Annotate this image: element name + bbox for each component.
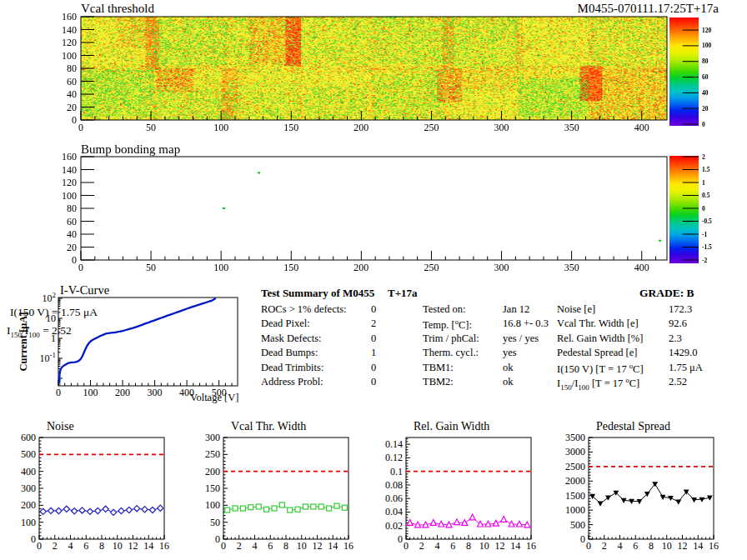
series bbox=[589, 482, 712, 507]
tick-label: 8 bbox=[283, 540, 288, 552]
summary-label: Trim / phCal: bbox=[423, 332, 479, 345]
data-marker bbox=[430, 520, 436, 526]
summary-label: Tested on: bbox=[423, 303, 466, 316]
data-marker bbox=[493, 520, 499, 526]
tick-label: 16 bbox=[526, 540, 536, 552]
summary-value: Jan 12 bbox=[503, 303, 529, 316]
tick-label: 0 bbox=[221, 540, 226, 552]
tick-label: 500 bbox=[21, 448, 36, 460]
x-axis: 050100150200250300350400 bbox=[78, 111, 656, 133]
tick-label: 100 bbox=[702, 42, 712, 49]
tick-label: 300 bbox=[205, 432, 220, 443]
tick-label: 400 bbox=[21, 466, 36, 478]
data-marker bbox=[240, 506, 245, 511]
tick-label: 60 bbox=[67, 216, 77, 228]
tick-label: 16 bbox=[709, 540, 719, 552]
module-test-report: Vcal threshold M0455-070111.17:25T+17a 0… bbox=[0, 0, 747, 560]
tick-label: 0 bbox=[215, 533, 220, 545]
data-marker bbox=[342, 505, 347, 510]
tick-label: -1 bbox=[702, 231, 707, 238]
tick-label: 0 bbox=[398, 533, 403, 545]
tick-label: 40 bbox=[67, 228, 77, 240]
noise-plot: 02468101214160100200300400500600 bbox=[0, 417, 184, 560]
tick-label: 0 bbox=[37, 540, 42, 552]
tick-label: 10 bbox=[662, 540, 672, 552]
tick-label: 500 bbox=[212, 387, 227, 398]
summary-value: 1429.0 bbox=[669, 347, 697, 359]
tick-label: 4 bbox=[435, 540, 440, 552]
tick-label: 3000 bbox=[565, 446, 585, 458]
tick-label: 100 bbox=[83, 387, 98, 398]
series bbox=[225, 502, 348, 512]
tick-label: 200 bbox=[115, 387, 130, 398]
summary-title: Test Summary of M0455 bbox=[261, 287, 374, 300]
tick-label: 50 bbox=[146, 122, 156, 133]
tick-label: 160 bbox=[62, 151, 77, 162]
tick-label: -2 bbox=[702, 257, 707, 264]
iv-curve-panel: I-V-Curve Current [μA] Voltage [V] I(150… bbox=[0, 283, 254, 410]
defect-dot bbox=[659, 240, 661, 242]
tick-label: 0.02 bbox=[385, 520, 403, 532]
data-marker bbox=[598, 502, 604, 507]
vcal-width-plot-panel: Vcal Thr. Width 024681012141605010015020… bbox=[184, 417, 367, 560]
tick-label: 40 bbox=[67, 88, 77, 100]
summary-label: Therm. cycl.: bbox=[423, 347, 479, 359]
summary-label: Dead Bumps: bbox=[261, 347, 318, 359]
tick-label: 0 bbox=[580, 533, 585, 545]
summary-label: Noise [e] bbox=[557, 303, 595, 316]
tick-label: 0.14 bbox=[385, 438, 403, 450]
tick-label: 350 bbox=[564, 122, 579, 133]
tick-label: 250 bbox=[424, 262, 439, 273]
tick-label: 6 bbox=[268, 540, 273, 552]
tick-label: 0 bbox=[78, 262, 83, 273]
x-axis: 0100200300400500 bbox=[56, 380, 232, 398]
tick-label: 80 bbox=[67, 202, 77, 214]
tick-label: 0 bbox=[404, 540, 409, 552]
y-tick-label: 10-1 bbox=[40, 351, 57, 364]
summary-label: TBM1: bbox=[423, 362, 454, 374]
y-tick-label: 102 bbox=[43, 291, 57, 304]
data-marker bbox=[264, 507, 269, 512]
data-marker bbox=[79, 508, 85, 513]
tick-label: 3500 bbox=[565, 432, 585, 443]
tick-label: 12 bbox=[678, 540, 688, 552]
series bbox=[40, 505, 163, 515]
summary-value: 1.75 μA bbox=[669, 362, 703, 374]
data-marker bbox=[675, 499, 681, 504]
tick-label: 150 bbox=[205, 482, 220, 494]
data-marker bbox=[327, 506, 332, 511]
summary-temp-label: T+17a bbox=[388, 287, 418, 300]
summary-label: Temp. [oC]: bbox=[423, 318, 472, 332]
tick-label: 60 bbox=[67, 76, 77, 88]
summary-label: I150/I100 [T = 17 oC] bbox=[557, 376, 639, 392]
iv-curve-series bbox=[59, 298, 216, 383]
summary-value: 92.6 bbox=[669, 318, 687, 330]
tick-label: 10 bbox=[479, 540, 489, 552]
data-marker bbox=[56, 508, 62, 513]
tick-label: 16 bbox=[159, 540, 169, 552]
x-axis: 0246810121416 bbox=[404, 535, 536, 552]
defect-dot bbox=[223, 208, 225, 209]
summary-label: Rel. Gain Width [%] bbox=[557, 332, 643, 345]
tick-label: 100 bbox=[205, 499, 220, 511]
plot-frame bbox=[39, 438, 164, 539]
vcal-width-plot: 0246810121416050100150200250300 bbox=[184, 417, 367, 560]
plot-frame bbox=[58, 298, 238, 386]
y-axis: 10-1110102 bbox=[40, 291, 63, 384]
tick-label: 60 bbox=[702, 73, 709, 81]
summary-label: Vcal Thr. Width [e] bbox=[557, 318, 639, 330]
bump-bonding-panel: Bump bonding map 05010015020025030035040… bbox=[0, 142, 747, 282]
summary-value: 172.3 bbox=[669, 303, 692, 316]
data-marker bbox=[334, 503, 339, 508]
data-marker bbox=[279, 502, 284, 508]
tick-label: 50 bbox=[210, 517, 220, 528]
data-marker bbox=[110, 509, 116, 515]
tick-label: 10 bbox=[113, 540, 123, 552]
tick-label: 160 bbox=[62, 11, 77, 22]
summary-label: Mask Defects: bbox=[261, 332, 322, 345]
data-marker bbox=[288, 508, 293, 512]
tick-label: 12 bbox=[495, 540, 505, 552]
data-marker bbox=[248, 505, 253, 510]
tick-label: 500 bbox=[570, 519, 585, 531]
tick-label: 140 bbox=[62, 24, 77, 36]
